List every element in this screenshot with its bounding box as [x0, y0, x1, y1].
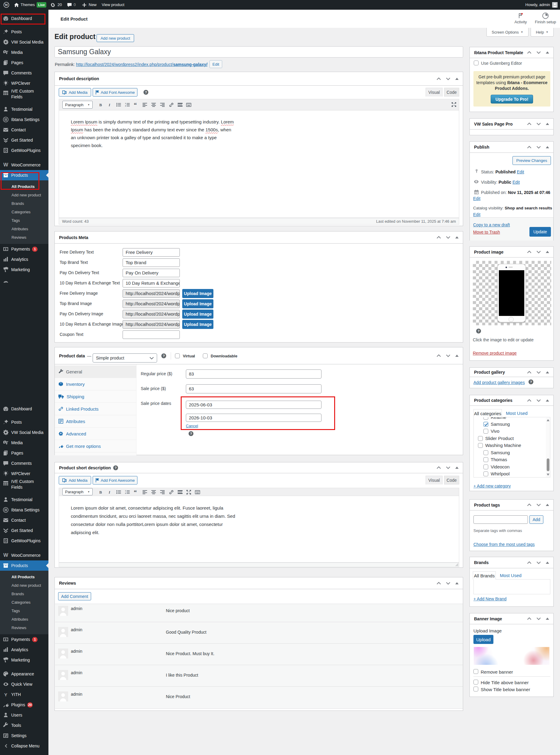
svg-text:2: 2 — [125, 492, 126, 494]
svg-text:B: B — [99, 103, 102, 107]
svg-text:W: W — [3, 162, 8, 168]
svg-text:1: 1 — [125, 103, 126, 104]
svg-text:“: “ — [134, 103, 137, 106]
svg-text:I: I — [109, 103, 111, 107]
svg-text:B: B — [99, 490, 102, 494]
svg-text:1: 1 — [125, 490, 126, 492]
svg-text:W: W — [3, 552, 8, 558]
svg-text:“: “ — [134, 490, 137, 494]
svg-text:2: 2 — [125, 105, 126, 107]
svg-text:W: W — [4, 3, 8, 7]
svg-text:Y: Y — [4, 692, 7, 697]
svg-text:I: I — [109, 490, 111, 494]
